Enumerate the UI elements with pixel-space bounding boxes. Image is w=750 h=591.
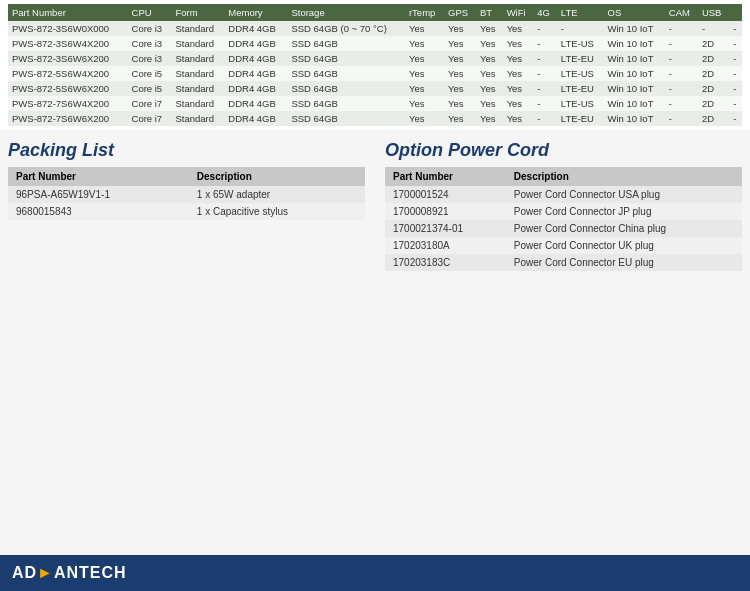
col-memory: Memory: [224, 4, 287, 21]
table-cell: Win 10 IoT: [604, 111, 665, 126]
table-cell: Yes: [444, 111, 476, 126]
table-cell: 1700021374-01: [385, 220, 506, 237]
table-cell: 170203183C: [385, 254, 506, 271]
table-row: PWS-872-5S6W6X200Core i5StandardDDR4 4GB…: [8, 81, 742, 96]
col-form: Form: [171, 4, 224, 21]
table-cell: DDR4 4GB: [224, 96, 287, 111]
table-cell: PWS-872-7S6W6X200: [8, 111, 128, 126]
table-header-row: Part Number CPU Form Memory Storage rTem…: [8, 4, 742, 21]
table-cell: DDR4 4GB: [224, 111, 287, 126]
table-row: PWS-872-7S6W4X200Core i7StandardDDR4 4GB…: [8, 96, 742, 111]
col-wifi: WiFi: [503, 4, 534, 21]
table-cell: Standard: [171, 81, 224, 96]
table-cell: -: [533, 21, 557, 36]
packing-list-title: Packing List: [8, 140, 365, 161]
table-cell: Win 10 IoT: [604, 81, 665, 96]
packing-list-header: Part Number Description: [8, 167, 365, 186]
table-cell: PWS-872-3S6W6X200: [8, 51, 128, 66]
footer: AD►ANTECH: [0, 555, 750, 591]
table-cell: 2D: [698, 36, 729, 51]
table-cell: -: [533, 51, 557, 66]
table-cell: Yes: [405, 66, 444, 81]
table-cell: PWS-872-3S6W4X200: [8, 36, 128, 51]
table-cell: DDR4 4GB: [224, 51, 287, 66]
table-cell: Core i5: [128, 81, 172, 96]
table-row: PWS-872-3S6W4X200Core i3StandardDDR4 4GB…: [8, 36, 742, 51]
table-cell: SSD 64GB: [287, 111, 405, 126]
table-cell: Standard: [171, 21, 224, 36]
table-cell: PWS-872-5S6W4X200: [8, 66, 128, 81]
table-cell: -: [533, 96, 557, 111]
table-cell: Yes: [476, 111, 503, 126]
col-rtemp: rTemp: [405, 4, 444, 21]
table-cell: Standard: [171, 111, 224, 126]
table-cell: -: [729, 96, 742, 111]
table-cell: DDR4 4GB: [224, 81, 287, 96]
col-lte: LTE: [557, 4, 604, 21]
table-cell: Yes: [476, 51, 503, 66]
table-cell: -: [729, 66, 742, 81]
table-cell: Core i5: [128, 66, 172, 81]
table-cell: LTE-EU: [557, 81, 604, 96]
col-usb: USB: [698, 4, 729, 21]
col-part-number: Part Number: [8, 4, 128, 21]
list-item: 1700008921Power Cord Connector JP plug: [385, 203, 742, 220]
table-cell: Yes: [503, 21, 534, 36]
table-cell: 170203180A: [385, 237, 506, 254]
table-cell: Yes: [476, 96, 503, 111]
table-cell: Yes: [405, 111, 444, 126]
table-cell: Yes: [476, 21, 503, 36]
table-cell: Win 10 IoT: [604, 51, 665, 66]
product-table: Part Number CPU Form Memory Storage rTem…: [8, 4, 742, 126]
table-cell: -: [557, 21, 604, 36]
table-cell: -: [665, 66, 698, 81]
table-cell: Core i3: [128, 51, 172, 66]
table-row: PWS-872-7S6W6X200Core i7StandardDDR4 4GB…: [8, 111, 742, 126]
table-cell: Yes: [405, 96, 444, 111]
table-cell: -: [533, 111, 557, 126]
table-cell: Standard: [171, 66, 224, 81]
list-item: 170203183CPower Cord Connector EU plug: [385, 254, 742, 271]
table-cell: Yes: [476, 66, 503, 81]
list-item: 170203180APower Cord Connector UK plug: [385, 237, 742, 254]
table-cell: Yes: [444, 36, 476, 51]
table-row: PWS-872-3S6W6X200Core i3StandardDDR4 4GB…: [8, 51, 742, 66]
power-cord-table: Part Number Description 1700001524Power …: [385, 167, 742, 271]
power-cord-header: Part Number Description: [385, 167, 742, 186]
table-cell: Core i3: [128, 21, 172, 36]
table-cell: Yes: [503, 36, 534, 51]
col-cpu: CPU: [128, 4, 172, 21]
col-storage: Storage: [287, 4, 405, 21]
table-cell: 1700008921: [385, 203, 506, 220]
col-4g: 4G: [533, 4, 557, 21]
table-cell: 2D: [698, 81, 729, 96]
table-cell: 2D: [698, 96, 729, 111]
col-gps: GPS: [444, 4, 476, 21]
list-item: 96800158431 x Capacitive stylus: [8, 203, 365, 220]
col-bt: BT: [476, 4, 503, 21]
power-col-part: Part Number: [385, 167, 506, 186]
table-cell: 96PSA-A65W19V1-1: [8, 186, 189, 203]
table-cell: Yes: [444, 21, 476, 36]
table-cell: Win 10 IoT: [604, 21, 665, 36]
table-cell: LTE-EU: [557, 51, 604, 66]
table-cell: Standard: [171, 96, 224, 111]
table-row: PWS-872-5S6W4X200Core i5StandardDDR4 4GB…: [8, 66, 742, 81]
table-cell: SSD 64GB: [287, 96, 405, 111]
table-cell: Core i7: [128, 96, 172, 111]
table-cell: Yes: [405, 21, 444, 36]
table-cell: -: [729, 36, 742, 51]
table-cell: -: [533, 36, 557, 51]
table-cell: Standard: [171, 36, 224, 51]
table-cell: Yes: [503, 111, 534, 126]
table-cell: Win 10 IoT: [604, 96, 665, 111]
table-cell: SSD 64GB: [287, 81, 405, 96]
table-cell: Yes: [405, 51, 444, 66]
packing-col-desc: Description: [189, 167, 365, 186]
table-cell: Power Cord Connector UK plug: [506, 237, 742, 254]
table-cell: LTE-US: [557, 66, 604, 81]
table-cell: Power Cord Connector USA plug: [506, 186, 742, 203]
list-item: 1700021374-01Power Cord Connector China …: [385, 220, 742, 237]
table-cell: -: [533, 66, 557, 81]
table-cell: -: [665, 96, 698, 111]
